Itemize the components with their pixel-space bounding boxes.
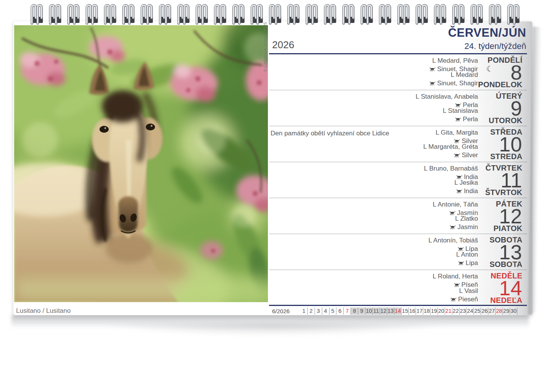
strip-day: 19 [431,307,438,315]
names-slovak: L Vasil Pieseň [450,287,478,303]
day-row: L Bruno, Barnabáš India L Jesika India Č… [269,162,527,198]
names-cz-people: L Antonie, Táňa [433,201,478,208]
names-sk-line: L Vasil [450,287,478,295]
names-slovak: L Anton Lipa [456,250,478,267]
day-column: NEDĚLE 14 NEDEĽA [479,270,527,306]
horse-names-sk: India [464,187,478,195]
names-sk-line: L Anton [456,250,478,259]
names-slovak: L Medard Sinuet, Shagir [429,71,478,87]
names-slovak: L Margaréta, Gréta Silver [423,143,478,159]
strip-day: 3 [315,307,322,315]
names-cz-line: L Antonín, Tobiáš [429,236,478,245]
strip-day: 13 [387,307,395,315]
horse-names-sk: Sinuet, Shagir [437,80,478,87]
horse-icon [449,225,456,229]
horses-sk-line: Jasmin [449,223,478,231]
day-number: 11 [501,172,522,189]
day-column: SOBOTA 13 SOBOTA [479,234,527,270]
horse-names-sk: Silver [462,151,478,159]
day-name-sk: SOBOTA [489,260,522,268]
strip-day: 2 [308,307,315,315]
names-slovak: L Jesika India [454,179,478,195]
strip-day: 23 [460,307,467,315]
day-number: 14 [499,280,522,296]
horse-icon [454,117,461,122]
day-number: 9 [511,100,522,117]
day-row: Den památky obětí vyhlazení obce Lidice … [269,126,527,162]
year-label: 2026 [272,39,294,51]
names-sk-line: L Margaréta, Gréta [423,143,478,151]
day-rows: L Medard, Pěva Sinuet, Shagir L Medard S… [269,54,527,306]
strip-day: 22 [452,307,460,315]
day-column: PONDĚLÍ 8 PONDELOK [479,54,527,90]
day-number: 12 [499,208,522,224]
horse-icon [453,283,460,287]
strip-day: 5 [330,307,337,315]
day-name-sk: NEDEĽA [490,296,522,304]
names-cz-people: L Antonín, Tobiáš [429,237,478,244]
week-label: 24. týden/týždeň [465,41,526,51]
strip-day: 12 [380,307,387,315]
day-name-sk: STREDA [490,153,522,160]
strip-day: 20 [438,307,445,315]
strip-day: 9 [358,307,365,315]
day-column: STŘEDA 10 STREDA [479,126,527,162]
names-sk-people: L Margaréta, Gréta [423,143,478,150]
names-sk-line: L Jesika [454,179,478,187]
spiral-binding [0,0,553,28]
day-column: PÁTEK 12 PIATOK [479,198,527,234]
names-cz-line: L Stanislava, Anabela [416,93,478,101]
strip-day: 14 [395,307,402,315]
names-sk-people: L Stanislava [443,107,478,114]
month-strip-days: 1234567891011121314151617181920212223242… [300,307,517,315]
day-name-sk: PIATOK [493,224,522,232]
horses-sk-line: Perla [443,115,478,124]
horse-names-sk: Lipa [466,259,478,267]
names-cz-line: L Gita, Margita [436,128,478,137]
photo-caption: Lusitano / Lusitano [16,307,71,315]
day-column: ČTVRTEK 11 ŠTVRTOK [479,162,527,198]
names-sk-line: L Zlatko [449,215,478,223]
names-cz-people: L Bruno, Barnabáš [424,165,478,172]
strip-day: 26 [481,307,488,315]
month-strip-label: 6/2026 [272,308,292,314]
strip-day: 1 [300,307,308,315]
names-sk-line: L Medard [429,71,478,79]
day-row: L Roland, Herta Píseň L Vasil Pieseň NED… [269,270,527,306]
names-cz-line: L Medard, Pěva [429,57,478,65]
day-row: L Antonín, Tobiáš Lípa L Anton Lipa SOBO… [269,234,527,270]
day-name-sk: ŠTVRTOK [485,189,522,196]
names-sk-people: L Zlatko [455,215,478,222]
desk-shadow [27,324,520,340]
names-sk-people: L Vasil [459,287,478,294]
strip-day: 7 [344,307,351,315]
strip-day: 6 [336,307,344,315]
strip-day: 25 [474,307,481,315]
strip-day: 24 [467,307,474,315]
names-sk-people: L Medard [451,71,478,78]
names-cz-people: L Roland, Herta [433,273,478,280]
horse-names-sk: Perla [463,115,478,123]
horses-sk-line: Sinuet, Shagir [429,79,478,88]
photo-credit: © Christiane Slawik, 2025 [263,22,268,72]
strip-day: 10 [365,307,373,315]
strip-day: 15 [401,307,409,315]
strip-day: 30 [510,307,517,315]
strip-day: 29 [503,307,510,315]
horse-names-sk: Pieseň [458,296,478,303]
names-czech: L Roland, Herta Píseň [433,272,478,289]
names-slovak: L Zlatko Jasmin [449,215,478,231]
horse-photo [14,25,268,302]
strip-day: 28 [496,307,503,315]
day-row: L Stanislava, Anabela Perla L Stanislava… [269,90,527,126]
day-number: 13 [499,244,522,260]
month-title: ČERVEN/JÚN [448,26,526,40]
strip-day: 11 [373,307,380,315]
names-cz-people: L Gita, Margita [436,129,478,136]
day-number: 8 [511,64,522,81]
calendar-page: © Christiane Slawik, 2025 Lusitano / Lus… [13,21,532,315]
day-name-sk: UTOROK [489,117,522,124]
strip-day: 21 [445,307,452,315]
names-sk-people: L Anton [456,251,478,258]
horses-sk-line: Pieseň [450,295,478,304]
